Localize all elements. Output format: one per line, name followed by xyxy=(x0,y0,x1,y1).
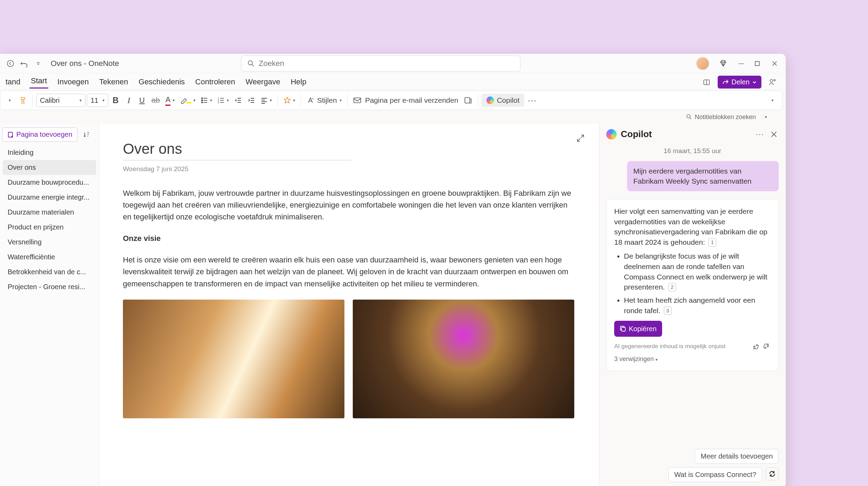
share-icon xyxy=(723,79,729,85)
tab-start[interactable]: Start xyxy=(30,74,48,89)
tab-geschiedenis[interactable]: Geschiedenis xyxy=(137,75,186,89)
suggestion-more-details[interactable]: Meer details toevoegen xyxy=(695,449,779,464)
page-item-duurzame-energie[interactable]: Duurzame energie integr... xyxy=(0,190,99,205)
copilot-more-icon[interactable]: ··· xyxy=(755,129,765,139)
ribbon-tabs: tand Start Invoegen Tekenen Geschiedenis… xyxy=(0,73,786,89)
svg-rect-16 xyxy=(621,327,625,331)
copilot-title: Copilot xyxy=(621,129,652,140)
copilot-ribbon-icon[interactable] xyxy=(768,77,777,87)
page-item-betrokkenheid[interactable]: Betrokkenheid van de c... xyxy=(0,265,99,279)
suggestion-compass-connect[interactable]: Wat is Compass Connect? xyxy=(668,467,762,482)
titlebar: Over ons - OneNote Zoeken — xyxy=(0,54,786,73)
svg-point-6 xyxy=(202,98,203,99)
email-page-button[interactable]: Pagina per e-mail verzenden xyxy=(351,94,460,107)
indent-button[interactable] xyxy=(245,94,257,107)
thumbs-down-icon[interactable] xyxy=(761,342,771,351)
page-item-over-ons[interactable]: Over ons xyxy=(3,160,96,175)
add-page-icon xyxy=(7,132,14,138)
format-toolbar: ▾ Calibri▾ 11▾ B I U ab A▾ ▾ ▾ 123▾ ▾ ▾ … xyxy=(0,91,782,110)
tab-help[interactable]: Help xyxy=(289,75,308,89)
expand-icon[interactable] xyxy=(577,134,584,142)
svg-point-1 xyxy=(248,61,252,65)
share-button[interactable]: Delen xyxy=(718,76,761,89)
more-commands-icon[interactable]: ··· xyxy=(526,94,539,107)
strikethrough-button[interactable]: ab xyxy=(149,94,162,107)
avatar[interactable] xyxy=(696,57,709,70)
page-item-duurzame-bouw[interactable]: Duurzame bouwprocedu... xyxy=(0,175,99,190)
page-item-projecten[interactable]: Projecten - Groene resi... xyxy=(0,279,99,294)
image-row xyxy=(123,300,574,418)
paste-dropdown[interactable]: ▾ xyxy=(4,94,16,107)
notebook-search-row: Notitieblokken zoeken ▾ xyxy=(0,110,786,124)
underline-button[interactable]: U xyxy=(136,94,148,107)
tab-tand[interactable]: tand xyxy=(4,75,22,89)
reference-badge[interactable]: 2 xyxy=(668,283,676,291)
reading-view-icon[interactable] xyxy=(702,77,711,87)
add-page-button[interactable]: Pagina toevoegen xyxy=(2,127,77,142)
references-toggle[interactable]: 3 verwijzingen ▾ xyxy=(614,355,771,364)
tab-invoegen[interactable]: Invoegen xyxy=(56,75,90,89)
maximize-icon[interactable] xyxy=(754,61,763,66)
note-image-wood-architecture[interactable] xyxy=(123,300,344,418)
tag-button[interactable]: ▾ xyxy=(281,94,297,107)
close-icon[interactable] xyxy=(772,61,780,66)
page-item-waterefficientie[interactable]: Waterefficiëntie xyxy=(0,250,99,265)
svg-point-5 xyxy=(774,79,775,81)
sort-pages-icon[interactable] xyxy=(81,128,92,141)
note-canvas[interactable]: Over ons Woensdag 7 juni 2025 Welkom bij… xyxy=(99,124,599,486)
reference-badge[interactable]: 3 xyxy=(664,307,671,315)
regenerate-icon[interactable] xyxy=(766,467,779,480)
premium-diamond-icon[interactable] xyxy=(718,59,728,68)
note-paragraph: Welkom bij Fabrikam, jouw vertrouwde par… xyxy=(123,187,574,223)
ai-footer: AI gegenereerde inhoud is mogelijk onjui… xyxy=(614,342,771,351)
minimize-icon[interactable]: — xyxy=(737,60,745,67)
ai-message: Hier volgt een samenvatting van je eerde… xyxy=(606,199,779,371)
titlebar-left: Over ons - OneNote xyxy=(6,59,119,68)
copilot-panel: Copilot ··· 16 maart, 15:55 uur Mijn eer… xyxy=(599,124,786,486)
page-item-product-prijzen[interactable]: Product en prijzen xyxy=(0,220,99,235)
copilot-messages: 16 maart, 15:55 uur Mijn eerdere vergade… xyxy=(599,144,786,449)
page-item-versnelling[interactable]: Versnelling xyxy=(0,235,99,250)
note-image-spiral-structure[interactable] xyxy=(353,300,574,418)
thumbs-up-icon[interactable] xyxy=(751,342,761,351)
styles-button[interactable]: Stijlen▾ xyxy=(304,94,344,107)
page-item-duurzame-materialen[interactable]: Duurzame materialen xyxy=(0,205,99,220)
tab-controleren[interactable]: Controleren xyxy=(194,75,236,89)
svg-point-14 xyxy=(687,115,690,118)
highlight-button[interactable]: ▾ xyxy=(178,94,198,107)
numbered-list-button[interactable]: 123▾ xyxy=(216,94,231,107)
copilot-toolbar-button[interactable]: Copilot xyxy=(482,94,524,107)
search-input[interactable]: Zoeken xyxy=(241,56,520,72)
font-color-button[interactable]: A▾ xyxy=(163,94,177,107)
italic-button[interactable]: I xyxy=(123,94,135,107)
customize-dropdown-icon[interactable] xyxy=(33,59,43,68)
reference-badge[interactable]: 1 xyxy=(708,238,716,246)
font-size-select[interactable]: 11▾ xyxy=(87,94,108,107)
svg-point-7 xyxy=(202,100,203,101)
align-button[interactable]: ▾ xyxy=(259,94,274,107)
note-heading: Onze visie xyxy=(123,234,161,243)
outdent-button[interactable] xyxy=(232,94,244,107)
undo-icon[interactable] xyxy=(19,59,29,68)
tab-weergave[interactable]: Weergave xyxy=(244,75,282,89)
copy-button[interactable]: Kopiëren xyxy=(614,321,662,337)
page-item-inleiding[interactable]: Inleiding xyxy=(0,145,99,160)
meeting-details-icon[interactable] xyxy=(462,94,474,107)
notebook-search[interactable]: Notitieblokken zoeken ▾ xyxy=(686,114,767,121)
copilot-close-icon[interactable] xyxy=(769,129,779,139)
ai-disclaimer: AI gegenereerde inhoud is mogelijk onjui… xyxy=(614,342,725,351)
page-title[interactable]: Over ons xyxy=(123,141,575,157)
share-label: Delen xyxy=(732,78,750,86)
font-name-select[interactable]: Calibri▾ xyxy=(36,94,85,107)
bullet-list-button[interactable]: ▾ xyxy=(199,94,214,107)
back-icon[interactable] xyxy=(6,59,15,68)
format-painter-icon[interactable] xyxy=(17,94,29,107)
bold-button[interactable]: B xyxy=(110,94,122,107)
svg-rect-2 xyxy=(755,61,759,66)
svg-rect-13 xyxy=(465,98,470,103)
ai-bullet: Het team heeft zich aangemeld voor een r… xyxy=(624,295,771,316)
tab-tekenen[interactable]: Tekenen xyxy=(98,75,130,89)
main: Pagina toevoegen Inleiding Over ons Duur… xyxy=(0,124,786,486)
collapse-ribbon-icon[interactable]: ▾ xyxy=(767,94,778,107)
note-body[interactable]: Welkom bij Fabrikam, jouw vertrouwde par… xyxy=(123,187,574,418)
